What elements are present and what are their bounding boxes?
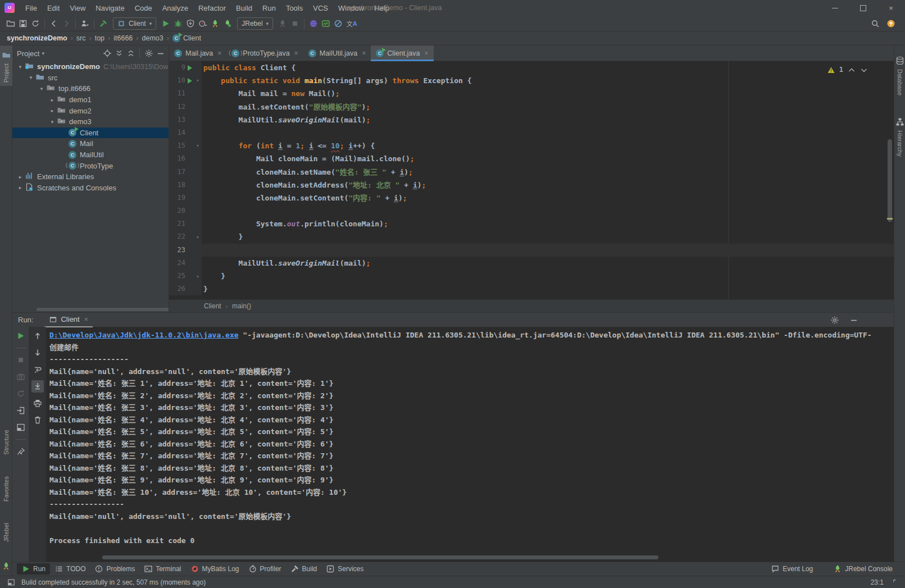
settings-icon[interactable] <box>143 47 154 60</box>
chevron-closed-icon[interactable]: ▸ <box>48 108 57 113</box>
sync-icon[interactable] <box>29 17 42 30</box>
close-icon[interactable]: × <box>217 49 221 57</box>
sidebar-item-project[interactable]: Project <box>0 45 12 86</box>
menu-run[interactable]: Run <box>257 1 281 15</box>
breadcrumb-item-client[interactable]: CClient <box>172 34 201 42</box>
run-line-icon[interactable] <box>185 65 194 71</box>
expand-icon[interactable] <box>113 47 125 60</box>
close-icon[interactable]: × <box>877 0 905 16</box>
close-icon[interactable]: × <box>362 49 366 57</box>
fold-icon[interactable]: ▴ <box>194 270 202 282</box>
editor-tab-mail-java[interactable]: CMail.java× <box>169 45 226 61</box>
open-folder-icon[interactable] <box>4 17 17 30</box>
breadcrumb-item-it6666[interactable]: it6666 <box>113 34 133 42</box>
soft-wrap-icon[interactable] <box>31 363 44 376</box>
forward-icon[interactable] <box>60 17 72 30</box>
user-dropdown-icon[interactable] <box>79 17 91 30</box>
close-icon[interactable]: × <box>425 49 429 57</box>
run-tab-client[interactable]: Client × <box>44 313 92 327</box>
sidebar-item-structure[interactable]: Structure <box>3 426 10 458</box>
sidebar-item-favorites[interactable]: Favorites <box>3 473 10 505</box>
tool-window-button-build[interactable]: Build <box>286 563 322 575</box>
back-icon[interactable] <box>48 17 60 30</box>
run-console[interactable]: D:\Develop\Java\Jdk\jdk-11.0.2\bin\java.… <box>46 327 894 562</box>
code-area[interactable]: 9public class Client {10▾ public static … <box>169 61 894 299</box>
tree-item-demo1[interactable]: ▸demo1 <box>12 94 169 106</box>
tool-window-button-run[interactable]: Run <box>17 563 50 575</box>
coverage-icon[interactable] <box>184 17 197 30</box>
save-icon[interactable] <box>17 17 29 30</box>
code-with-me-icon[interactable] <box>307 17 320 30</box>
debug-icon[interactable] <box>172 17 184 30</box>
monitor-icon[interactable] <box>320 17 332 30</box>
caret-position[interactable]: 23:1 <box>871 578 884 586</box>
screenshot-disabled-icon[interactable] <box>15 371 27 383</box>
menu-build[interactable]: Build <box>231 1 257 15</box>
tool-window-button-terminal[interactable]: Terminal <box>139 563 185 575</box>
editor-breadcrumb-main[interactable]: main() <box>232 302 251 310</box>
tool-window-button-profiler[interactable]: Profiler <box>244 563 286 575</box>
editor-tab-mailutil-java[interactable]: CMailUtil.java× <box>303 45 371 61</box>
chevron-closed-icon[interactable]: ▸ <box>16 185 25 190</box>
pin-icon[interactable] <box>15 445 27 458</box>
sidebar-item-database[interactable]: Database <box>894 51 905 99</box>
run-icon[interactable] <box>160 17 172 30</box>
tree-item-mail[interactable]: CMail <box>12 138 169 149</box>
tool-window-button-todo[interactable]: TODO <box>50 563 90 575</box>
chevron-open-icon[interactable]: ▾ <box>37 86 46 92</box>
print-icon[interactable] <box>31 397 44 409</box>
tool-window-button-services[interactable]: Services <box>321 563 368 575</box>
fold-icon[interactable]: ▴ <box>194 230 202 243</box>
menu-view[interactable]: View <box>65 1 90 15</box>
close-icon[interactable]: × <box>84 316 88 323</box>
translate-icon[interactable]: 文A <box>344 17 359 30</box>
update-icon[interactable] <box>885 17 897 30</box>
chevron-closed-icon[interactable]: ▸ <box>16 174 25 180</box>
tool-window-button-problems[interactable]: Problems <box>90 563 139 575</box>
layout-icon[interactable] <box>15 421 27 434</box>
stop-disabled-icon[interactable] <box>15 354 27 366</box>
locate-icon[interactable] <box>101 47 113 60</box>
breadcrumb-item-synchronizedemo[interactable]: synchronizeDemo <box>7 34 67 42</box>
breadcrumb-item-src[interactable]: src <box>76 34 86 42</box>
chevron-up-icon[interactable] <box>848 64 856 76</box>
menu-edit[interactable]: Edit <box>42 1 65 15</box>
settings-icon[interactable] <box>829 314 841 326</box>
menu-file[interactable]: File <box>20 1 42 15</box>
rerun-disabled-icon[interactable] <box>276 17 289 30</box>
jrebel-debug-icon[interactable] <box>221 17 234 30</box>
tree-item-src[interactable]: ▾src <box>12 72 169 84</box>
console-horizontal-scrollbar[interactable] <box>102 555 658 559</box>
tree-item-synchronizedemo[interactable]: ▾synchronizeDemoC:\Users\30315\Dow <box>12 61 169 72</box>
exit-icon[interactable] <box>15 404 27 417</box>
chevron-down-icon[interactable] <box>860 64 868 76</box>
jrebel-run-icon[interactable] <box>209 17 221 30</box>
profiler-dropdown-icon[interactable] <box>197 17 209 30</box>
up-icon[interactable] <box>31 330 44 342</box>
build-hammer-icon[interactable] <box>97 17 110 30</box>
project-panel-title[interactable]: Project <box>17 49 39 58</box>
chevron-open-icon[interactable]: ▾ <box>26 75 35 80</box>
menu-navigate[interactable]: Navigate <box>90 1 129 15</box>
inspection-widget[interactable]: 1 <box>827 63 868 76</box>
hide-icon[interactable] <box>848 314 860 326</box>
stop-disabled-icon[interactable] <box>289 17 301 30</box>
menu-code[interactable]: Code <box>130 1 157 15</box>
lock-icon[interactable] <box>890 578 898 586</box>
editor-breadcrumb-client[interactable]: Client <box>204 302 221 310</box>
rerun-icon[interactable] <box>15 330 27 342</box>
editor-scrollbar[interactable] <box>888 139 892 222</box>
tool-window-button-event-log[interactable]: Event Log <box>766 563 817 575</box>
tree-item-prototype[interactable]: CProtoType <box>12 160 169 171</box>
tree-item-demo2[interactable]: ▸demo2 <box>12 105 169 116</box>
close-icon[interactable]: × <box>294 49 298 57</box>
run-line-icon[interactable] <box>185 78 194 84</box>
minimize-icon[interactable] <box>821 0 849 16</box>
sidebar-item-hierarchy[interactable]: Hierarchy <box>894 112 905 160</box>
clear-icon[interactable] <box>31 414 44 426</box>
tree-item-scratches-and-consoles[interactable]: ▸Scratches and Consoles <box>12 183 169 194</box>
editor-tab-client-java[interactable]: CClient.java× <box>371 45 433 61</box>
tree-item-external-libraries[interactable]: ▸External Libraries <box>12 171 169 183</box>
chevron-closed-icon[interactable]: ▸ <box>48 97 57 103</box>
no-entry-icon[interactable] <box>332 17 344 30</box>
